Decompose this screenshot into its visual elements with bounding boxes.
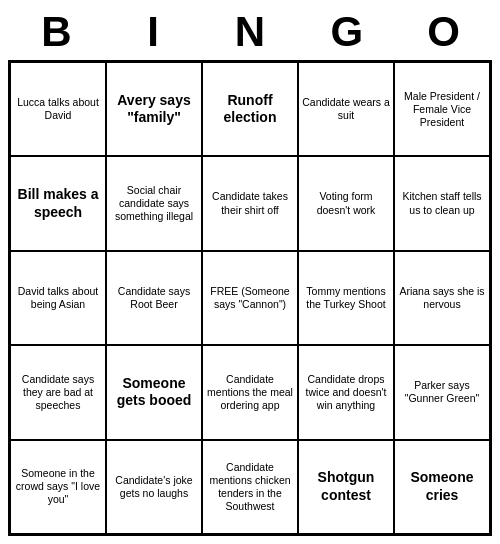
bingo-cell-17[interactable]: Candidate mentions the meal ordering app [202,345,298,439]
bingo-cell-21[interactable]: Candidate's joke gets no laughs [106,440,202,534]
bingo-cell-11[interactable]: Candidate says Root Beer [106,251,202,345]
header-letter-o: O [400,8,488,56]
bingo-cell-13[interactable]: Tommy mentions the Turkey Shoot [298,251,394,345]
bingo-cell-5[interactable]: Bill makes a speech [10,156,106,250]
bingo-grid: Lucca talks about DavidAvery says "famil… [8,60,492,536]
bingo-cell-8[interactable]: Voting form doesn't work [298,156,394,250]
header-letter-g: G [303,8,391,56]
bingo-cell-4[interactable]: Male President / Female Vice President [394,62,490,156]
bingo-cell-3[interactable]: Candidate wears a suit [298,62,394,156]
bingo-cell-18[interactable]: Candidate drops twice and doesn't win an… [298,345,394,439]
bingo-cell-23[interactable]: Shotgun contest [298,440,394,534]
bingo-cell-20[interactable]: Someone in the crowd says "I love you" [10,440,106,534]
bingo-cell-19[interactable]: Parker says "Gunner Green" [394,345,490,439]
bingo-cell-7[interactable]: Candidate takes their shirt off [202,156,298,250]
bingo-cell-24[interactable]: Someone cries [394,440,490,534]
bingo-cell-12[interactable]: FREE (Someone says "Cannon") [202,251,298,345]
bingo-cell-15[interactable]: Candidate says they are bad at speeches [10,345,106,439]
header-letter-b: B [12,8,100,56]
bingo-cell-22[interactable]: Candidate mentions chicken tenders in th… [202,440,298,534]
bingo-cell-0[interactable]: Lucca talks about David [10,62,106,156]
bingo-cell-1[interactable]: Avery says "family" [106,62,202,156]
bingo-cell-6[interactable]: Social chair candidate says something il… [106,156,202,250]
header-letter-n: N [206,8,294,56]
header-letter-i: I [109,8,197,56]
bingo-cell-9[interactable]: Kitchen staff tells us to clean up [394,156,490,250]
bingo-cell-10[interactable]: David talks about being Asian [10,251,106,345]
bingo-cell-2[interactable]: Runoff election [202,62,298,156]
bingo-header: BINGO [8,8,492,56]
bingo-cell-14[interactable]: Ariana says she is nervous [394,251,490,345]
bingo-cell-16[interactable]: Someone gets booed [106,345,202,439]
